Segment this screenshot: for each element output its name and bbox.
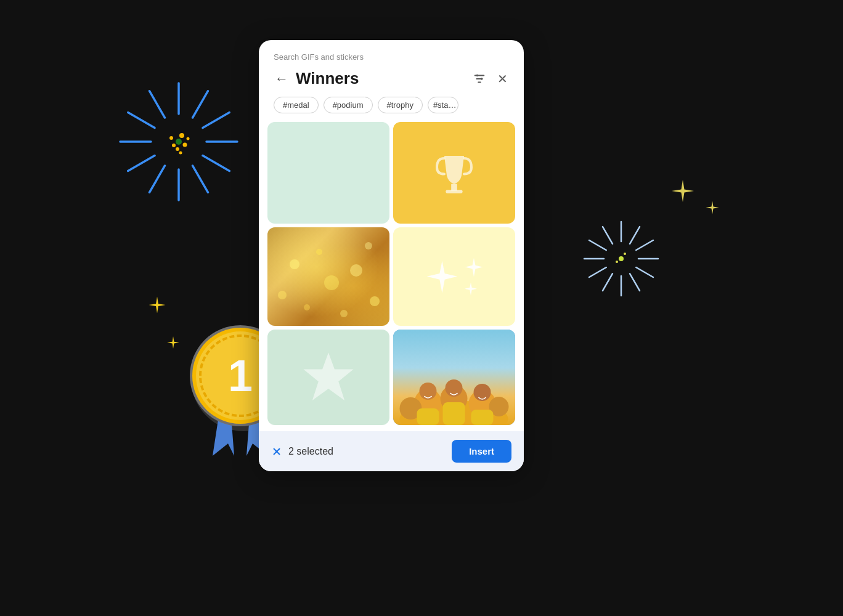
svg-line-30 xyxy=(589,240,606,250)
svg-point-13 xyxy=(172,144,176,147)
gold-glitter-overlay xyxy=(267,227,389,326)
svg-point-34 xyxy=(616,261,618,263)
sparkle-large-cell xyxy=(425,260,459,294)
svg-rect-48 xyxy=(451,184,457,190)
svg-rect-70 xyxy=(443,402,465,425)
sparkle-small-cell xyxy=(464,282,478,296)
sparkle-large-decoration xyxy=(670,179,695,203)
svg-point-57 xyxy=(304,304,310,310)
clear-selection-button[interactable] xyxy=(271,446,282,457)
dialog-search-label: Search GIFs and stickers xyxy=(274,52,509,62)
svg-point-17 xyxy=(187,137,190,140)
svg-point-46 xyxy=(476,74,479,76)
svg-rect-69 xyxy=(417,408,439,425)
svg-line-11 xyxy=(150,91,165,118)
svg-line-2 xyxy=(203,113,229,128)
insert-button[interactable]: Insert xyxy=(452,440,511,463)
svg-line-7 xyxy=(150,166,165,192)
svg-point-58 xyxy=(340,310,348,317)
svg-line-1 xyxy=(193,91,208,118)
dialog-title: Winners xyxy=(296,69,359,88)
svg-point-18 xyxy=(169,136,173,140)
svg-text:1: 1 xyxy=(228,351,253,400)
close-button[interactable]: ✕ xyxy=(496,70,509,87)
gif-cell-gold-glitter[interactable] xyxy=(267,227,389,326)
gif-cell-mint[interactable] xyxy=(267,122,389,224)
svg-rect-71 xyxy=(471,410,494,425)
svg-point-66 xyxy=(474,384,491,401)
gif-grid xyxy=(259,122,524,425)
selected-count-text: 2 selected xyxy=(288,446,333,457)
svg-point-33 xyxy=(624,253,626,255)
gif-cell-people[interactable] xyxy=(393,330,515,425)
svg-point-32 xyxy=(619,256,624,261)
svg-point-15 xyxy=(176,147,179,151)
svg-line-27 xyxy=(603,274,613,291)
sparkle-small-decoration xyxy=(705,200,720,215)
svg-point-14 xyxy=(183,143,187,147)
svg-point-56 xyxy=(370,296,380,306)
people-group-svg xyxy=(393,330,515,425)
gif-cell-trophy[interactable] xyxy=(393,122,515,224)
firework-light-decoration xyxy=(578,216,664,302)
gif-cell-star[interactable] xyxy=(267,330,389,425)
svg-point-50 xyxy=(290,259,299,269)
svg-point-16 xyxy=(176,139,182,145)
svg-line-10 xyxy=(128,113,155,128)
svg-point-47 xyxy=(481,78,483,80)
tags-row: #medal #podium #trophy #sta… xyxy=(274,97,509,113)
sparkle-medium-cell xyxy=(464,257,484,277)
svg-line-31 xyxy=(603,227,613,244)
svg-point-51 xyxy=(316,249,322,255)
svg-point-62 xyxy=(420,383,437,400)
svg-line-8 xyxy=(128,156,155,171)
gif-cell-sparkles[interactable] xyxy=(393,227,515,326)
svg-line-4 xyxy=(203,156,229,171)
svg-marker-59 xyxy=(304,352,354,400)
svg-line-24 xyxy=(636,267,653,277)
sparkle-yellow-2 xyxy=(166,336,180,349)
firework-blue-decoration xyxy=(111,74,246,209)
svg-point-19 xyxy=(179,152,182,155)
tag-trophy[interactable]: #trophy xyxy=(378,97,423,113)
svg-point-54 xyxy=(278,291,287,299)
tag-medal[interactable]: #medal xyxy=(274,97,319,113)
svg-line-5 xyxy=(193,166,208,192)
svg-point-12 xyxy=(179,133,184,138)
selection-bottom-bar: 2 selected Insert xyxy=(259,431,524,471)
svg-point-55 xyxy=(324,275,339,290)
svg-point-64 xyxy=(446,379,463,397)
svg-point-53 xyxy=(365,242,372,249)
sparkle-yellow-1 xyxy=(148,296,166,314)
dialog-header: Search GIFs and stickers ← Winners xyxy=(259,40,524,122)
star-icon-cell xyxy=(301,350,356,405)
filter-icon xyxy=(473,72,486,86)
svg-line-22 xyxy=(636,240,653,250)
svg-line-25 xyxy=(630,274,640,291)
svg-marker-36 xyxy=(213,416,234,456)
tag-podium[interactable]: #podium xyxy=(324,97,373,113)
svg-line-21 xyxy=(630,227,640,244)
trophy-icon xyxy=(430,148,479,198)
tag-star-partial[interactable]: #sta… xyxy=(428,97,458,113)
clear-icon xyxy=(271,446,282,457)
gif-search-dialog: Search GIFs and stickers ← Winners xyxy=(259,40,524,471)
back-button[interactable]: ← xyxy=(274,71,290,87)
filter-button[interactable] xyxy=(471,71,487,87)
svg-line-28 xyxy=(589,267,606,277)
svg-rect-49 xyxy=(446,190,462,193)
svg-point-52 xyxy=(350,264,362,277)
dialog-nav: ← Winners ✕ xyxy=(274,69,509,88)
